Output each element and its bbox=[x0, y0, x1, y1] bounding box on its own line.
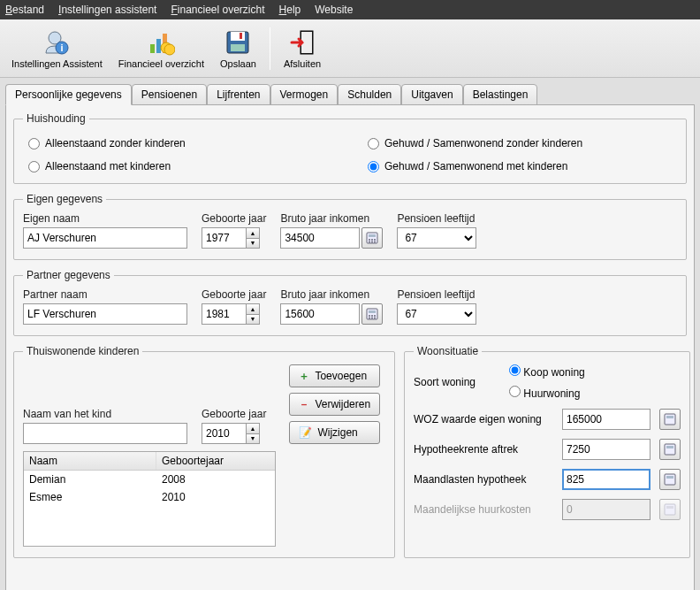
table-row[interactable]: Demian2008 bbox=[24, 471, 275, 488]
toolbar-financieel[interactable]: Financieel overzicht bbox=[112, 26, 210, 72]
spin-up-icon[interactable]: ▲ bbox=[247, 228, 259, 239]
radio-alleenstaand-zonder-input[interactable] bbox=[28, 138, 40, 149]
svg-point-16 bbox=[369, 239, 370, 241]
toolbar-financieel-label: Financieel overzicht bbox=[118, 58, 204, 69]
wijzigen-button[interactable]: 📝Wijzigen bbox=[289, 421, 380, 444]
svg-rect-4 bbox=[156, 39, 161, 53]
svg-point-25 bbox=[371, 315, 373, 317]
partner-bruto-input[interactable] bbox=[280, 303, 360, 325]
radio-huur-input[interactable] bbox=[509, 386, 521, 397]
eigen-naam-label: Eigen naam bbox=[23, 212, 187, 225]
svg-point-18 bbox=[374, 239, 376, 241]
calculator-icon[interactable] bbox=[659, 439, 681, 460]
spin-up-icon[interactable]: ▲ bbox=[247, 424, 259, 434]
tab-persoonlijke[interactable]: Persoonlijke gegevens bbox=[5, 84, 132, 105]
partner-pensioen-select[interactable]: 67 bbox=[397, 303, 476, 325]
kinderen-table[interactable]: NaamGeboortejaar Demian2008Esmee2010 bbox=[23, 451, 276, 547]
kinderen-legend: Thuiswonende kinderen bbox=[23, 345, 142, 357]
table-row[interactable]: Esmee2010 bbox=[24, 488, 275, 506]
spin-down-icon[interactable]: ▼ bbox=[247, 239, 259, 249]
eigen-pensioen-label: Pensioen leeftijd bbox=[397, 212, 476, 225]
menu-financieel[interactable]: Financieel overzicht bbox=[171, 4, 264, 16]
radio-alleenstaand-met-input[interactable] bbox=[28, 161, 40, 172]
eigen-bruto-label: Bruto jaar inkomen bbox=[280, 212, 383, 225]
svg-rect-3 bbox=[150, 44, 155, 53]
toevoegen-button[interactable]: ＋Toevoegen bbox=[289, 364, 380, 387]
eigen-geboorte-spin[interactable]: ▲▼ bbox=[202, 227, 266, 249]
eigen-legend: Eigen gegevens bbox=[23, 193, 106, 205]
menu-help[interactable]: Help bbox=[279, 4, 301, 16]
spin-up-icon[interactable]: ▲ bbox=[247, 304, 259, 315]
eigen-group: Eigen gegevens Eigen naam Geboorte jaar … bbox=[13, 193, 687, 260]
panel: Huishouding Alleenstaand zonder kinderen… bbox=[5, 105, 695, 590]
calculator-icon[interactable] bbox=[361, 227, 383, 249]
svg-rect-23 bbox=[369, 310, 376, 313]
toolbar-opslaan[interactable]: Opslaan bbox=[214, 26, 262, 72]
partner-group: Partner gegevens Partner naam Geboorte j… bbox=[13, 269, 687, 336]
th-jaar[interactable]: Geboortejaar bbox=[156, 452, 275, 470]
tab-schulden[interactable]: Schulden bbox=[338, 84, 401, 105]
th-naam[interactable]: Naam bbox=[24, 452, 156, 470]
svg-text:i: i bbox=[61, 42, 64, 53]
eigen-bruto-input[interactable] bbox=[280, 227, 360, 249]
woz-label: WOZ waarde eigen woning bbox=[414, 413, 555, 425]
radio-gehuwd-zonder[interactable]: Gehuwd / Samenwonend zonder kinderen bbox=[368, 137, 672, 149]
radio-alleenstaand-zonder[interactable]: Alleenstaand zonder kinderen bbox=[28, 137, 332, 149]
kind-geboorte-input[interactable] bbox=[202, 423, 246, 444]
partner-geboorte-input[interactable] bbox=[202, 303, 246, 325]
svg-rect-37 bbox=[666, 506, 673, 509]
svg-rect-31 bbox=[666, 416, 673, 418]
woz-input[interactable] bbox=[562, 409, 651, 430]
radio-alleenstaand-met[interactable]: Alleenstaand met kinderen bbox=[28, 160, 332, 172]
radio-gehuwd-zonder-input[interactable] bbox=[368, 138, 379, 149]
tab-belastingen[interactable]: Belastingen bbox=[463, 84, 538, 105]
cell-jaar: 2010 bbox=[156, 488, 275, 506]
menu-website[interactable]: Website bbox=[315, 4, 353, 16]
svg-point-26 bbox=[374, 315, 376, 317]
hyp-input[interactable] bbox=[562, 439, 651, 460]
eigen-geboorte-input[interactable] bbox=[202, 227, 246, 249]
calculator-icon[interactable] bbox=[659, 469, 681, 490]
tab-vermogen[interactable]: Vermogen bbox=[270, 84, 339, 105]
tab-uitgaven[interactable]: Uitgaven bbox=[401, 84, 462, 105]
radio-koop-input[interactable] bbox=[509, 364, 521, 376]
tab-pensioenen[interactable]: Pensioenen bbox=[132, 84, 207, 105]
partner-naam-label: Partner naam bbox=[23, 288, 187, 301]
svg-point-24 bbox=[369, 315, 370, 317]
verwijderen-button[interactable]: －Verwijderen bbox=[289, 393, 380, 416]
cell-jaar: 2008 bbox=[156, 471, 275, 488]
tab-lijfrenten[interactable]: Lijfrenten bbox=[207, 84, 270, 105]
radio-gehuwd-met[interactable]: Gehuwd / Samenwonend met kinderen bbox=[368, 160, 672, 172]
menu-instellingen[interactable]: Instellingen assistent bbox=[58, 4, 156, 16]
kinderen-group: Thuiswonende kinderen Naam van het kind … bbox=[13, 345, 395, 558]
eigen-naam-input[interactable] bbox=[23, 227, 187, 249]
huur-input bbox=[562, 499, 651, 520]
huishouding-group: Huishouding Alleenstaand zonder kinderen… bbox=[13, 112, 687, 184]
spin-down-icon[interactable]: ▼ bbox=[247, 315, 259, 325]
radio-gehuwd-met-input[interactable] bbox=[368, 161, 379, 172]
partner-pensioen-label: Pensioen leeftijd bbox=[397, 288, 476, 301]
svg-rect-30 bbox=[665, 414, 675, 425]
save-icon bbox=[224, 28, 252, 57]
radio-koop[interactable]: Koop woning bbox=[509, 364, 585, 379]
spin-down-icon[interactable]: ▼ bbox=[247, 434, 259, 444]
partner-geboorte-spin[interactable]: ▲▼ bbox=[202, 303, 266, 325]
kind-geboorte-spin[interactable]: ▲▼ bbox=[202, 423, 266, 444]
huur-label: Maandelijkse huurkosten bbox=[414, 503, 555, 516]
toolbar-afsluiten[interactable]: Afsluiten bbox=[278, 26, 327, 72]
eigen-geboorte-label: Geboorte jaar bbox=[202, 212, 266, 225]
minus-icon: － bbox=[299, 397, 309, 412]
menubar: BestandInstellingen assistentFinancieel … bbox=[0, 0, 700, 19]
chart-money-icon bbox=[147, 28, 175, 57]
eigen-pensioen-select[interactable]: 67 bbox=[397, 227, 476, 249]
svg-rect-35 bbox=[666, 476, 673, 479]
calculator-icon[interactable] bbox=[659, 409, 681, 430]
maand-input[interactable] bbox=[562, 469, 651, 490]
kind-naam-input[interactable] bbox=[23, 423, 187, 444]
partner-naam-input[interactable] bbox=[23, 303, 187, 325]
toolbar-instellingen[interactable]: i Instellingen Assistent bbox=[5, 26, 109, 72]
svg-rect-10 bbox=[231, 44, 245, 51]
menu-bestand[interactable]: Bestand bbox=[5, 4, 44, 16]
calculator-icon[interactable] bbox=[361, 303, 383, 325]
radio-huur[interactable]: Huurwoning bbox=[509, 386, 585, 400]
